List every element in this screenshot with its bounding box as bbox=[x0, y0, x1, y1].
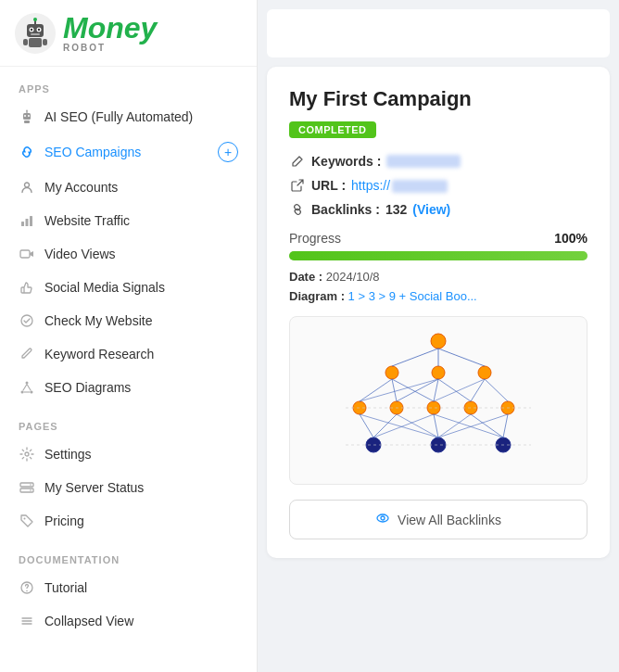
logo-text: Money bbox=[63, 13, 157, 43]
svg-line-75 bbox=[438, 414, 508, 437]
sidebar-item-keyword-research-label: Keyword Research bbox=[44, 347, 154, 361]
sidebar-item-seo-diagrams[interactable]: SEO Diagrams bbox=[0, 371, 257, 404]
diagram-value[interactable]: 1 > 3 > 9 + Social Boo... bbox=[348, 289, 477, 303]
svg-line-57 bbox=[392, 379, 397, 401]
keywords-label: Keywords : bbox=[311, 154, 381, 169]
sidebar-item-social-media[interactable]: Social Media Signals bbox=[0, 271, 257, 304]
svg-rect-6 bbox=[31, 33, 40, 35]
sidebar-item-check-website[interactable]: Check My Website bbox=[0, 304, 257, 337]
sidebar-item-server-status[interactable]: My Server Status bbox=[0, 471, 257, 504]
svg-point-4 bbox=[31, 28, 32, 30]
top-bar-placeholder bbox=[267, 9, 610, 57]
logo-sub: ROBOT bbox=[63, 43, 157, 53]
url-row: URL : https:// bbox=[289, 177, 587, 194]
campaign-card: My First Campaign COMPLETED Keywords : U… bbox=[267, 67, 610, 558]
sidebar-item-tutorial[interactable]: Tutorial bbox=[0, 571, 257, 604]
svg-point-33 bbox=[30, 484, 32, 486]
svg-point-16 bbox=[26, 110, 28, 112]
svg-rect-9 bbox=[29, 38, 42, 47]
pages-section-label: PAGES bbox=[0, 404, 257, 437]
sidebar-item-keyword-research[interactable]: Keyword Research bbox=[0, 337, 257, 371]
svg-point-26 bbox=[31, 391, 33, 394]
svg-line-28 bbox=[27, 385, 31, 391]
svg-rect-11 bbox=[43, 39, 47, 45]
svg-point-43 bbox=[432, 366, 445, 379]
chain-icon bbox=[289, 201, 306, 218]
svg-rect-31 bbox=[20, 483, 33, 487]
progress-percentage: 100% bbox=[554, 231, 587, 246]
sidebar: Money ROBOT APPS AI SEO (Fully Automated… bbox=[0, 0, 258, 672]
robot-logo-icon bbox=[15, 13, 56, 54]
svg-point-30 bbox=[25, 452, 29, 456]
backlinks-row: Backlinks : 132 (View) bbox=[289, 201, 587, 218]
keywords-row: Keywords : bbox=[289, 153, 587, 170]
svg-rect-21 bbox=[30, 216, 32, 226]
diagram-area bbox=[289, 316, 587, 485]
logo-area: Money ROBOT bbox=[0, 0, 257, 67]
sidebar-item-seo-diagrams-label: SEO Diagrams bbox=[44, 380, 131, 395]
view-backlinks-inline-link[interactable]: (View) bbox=[412, 202, 450, 217]
svg-point-79 bbox=[377, 514, 388, 522]
progress-bar-fill bbox=[289, 251, 587, 260]
sidebar-item-pricing-label: Pricing bbox=[44, 514, 84, 528]
svg-line-68 bbox=[373, 414, 397, 437]
svg-line-76 bbox=[503, 414, 508, 437]
svg-point-5 bbox=[38, 28, 40, 30]
svg-line-72 bbox=[434, 414, 503, 437]
sidebar-item-seo-campaigns[interactable]: SEO Campaigns + bbox=[0, 133, 257, 171]
server-icon bbox=[19, 479, 35, 496]
svg-point-37 bbox=[26, 590, 28, 592]
sidebar-item-server-status-label: My Server Status bbox=[44, 480, 144, 495]
progress-header: Progress 100% bbox=[289, 231, 587, 246]
sidebar-item-seo-campaigns-label: SEO Campaigns bbox=[44, 145, 141, 159]
date-row: Date : 2024/10/8 bbox=[289, 270, 587, 284]
check-circle-icon bbox=[19, 312, 35, 329]
apps-section-label: APPS bbox=[0, 67, 257, 100]
sidebar-item-my-accounts[interactable]: My Accounts bbox=[0, 171, 257, 204]
diagram-icon bbox=[19, 379, 35, 396]
user-icon bbox=[19, 179, 35, 196]
svg-rect-20 bbox=[26, 219, 29, 226]
sidebar-item-ai-seo[interactable]: AI SEO (Fully Automated) bbox=[0, 100, 257, 133]
progress-section: Progress 100% bbox=[289, 231, 587, 260]
svg-point-34 bbox=[30, 489, 32, 491]
backlinks-label: Backlinks : bbox=[311, 202, 380, 217]
view-all-backlinks-button[interactable]: View All Backlinks bbox=[289, 500, 587, 539]
sidebar-item-website-traffic[interactable]: Website Traffic bbox=[0, 204, 257, 237]
diagram-row: Diagram : 1 > 3 > 9 + Social Boo... bbox=[289, 289, 587, 303]
sidebar-item-video-views-label: Video Views bbox=[44, 247, 116, 261]
svg-point-23 bbox=[21, 315, 32, 326]
list-icon bbox=[19, 613, 35, 629]
sidebar-item-check-website-label: Check My Website bbox=[44, 313, 152, 328]
bar-chart-icon bbox=[19, 212, 35, 229]
view-all-backlinks-label: View All Backlinks bbox=[398, 513, 501, 527]
svg-rect-32 bbox=[20, 488, 33, 492]
docs-section-label: DOCUMENTATION bbox=[0, 538, 257, 571]
main-content: My First Campaign COMPLETED Keywords : U… bbox=[258, 0, 619, 672]
svg-line-59 bbox=[360, 379, 438, 401]
sidebar-item-social-media-label: Social Media Signals bbox=[44, 280, 165, 295]
svg-line-74 bbox=[471, 414, 503, 437]
svg-point-41 bbox=[431, 334, 446, 349]
svg-point-24 bbox=[26, 382, 29, 385]
campaign-title: My First Campaign bbox=[289, 87, 587, 111]
tag-icon bbox=[19, 513, 35, 529]
svg-line-70 bbox=[373, 414, 434, 437]
question-icon bbox=[19, 579, 35, 596]
sidebar-item-website-traffic-label: Website Traffic bbox=[44, 213, 130, 228]
svg-line-55 bbox=[438, 349, 485, 366]
add-campaign-button[interactable]: + bbox=[218, 142, 238, 162]
sidebar-item-collapsed-view[interactable]: Collapsed View bbox=[0, 604, 257, 642]
svg-line-60 bbox=[397, 379, 438, 401]
svg-point-35 bbox=[24, 518, 26, 520]
date-label: Date : bbox=[289, 270, 322, 284]
svg-line-73 bbox=[438, 414, 471, 437]
sidebar-item-pricing[interactable]: Pricing bbox=[0, 504, 257, 538]
sidebar-item-settings[interactable]: Settings bbox=[0, 437, 257, 471]
svg-point-44 bbox=[478, 366, 491, 379]
status-badge: COMPLETED bbox=[289, 121, 376, 138]
sidebar-item-video-views[interactable]: Video Views bbox=[0, 237, 257, 271]
sidebar-item-my-accounts-label: My Accounts bbox=[44, 180, 118, 195]
url-value[interactable]: https:// bbox=[351, 178, 448, 193]
svg-point-25 bbox=[21, 391, 24, 394]
